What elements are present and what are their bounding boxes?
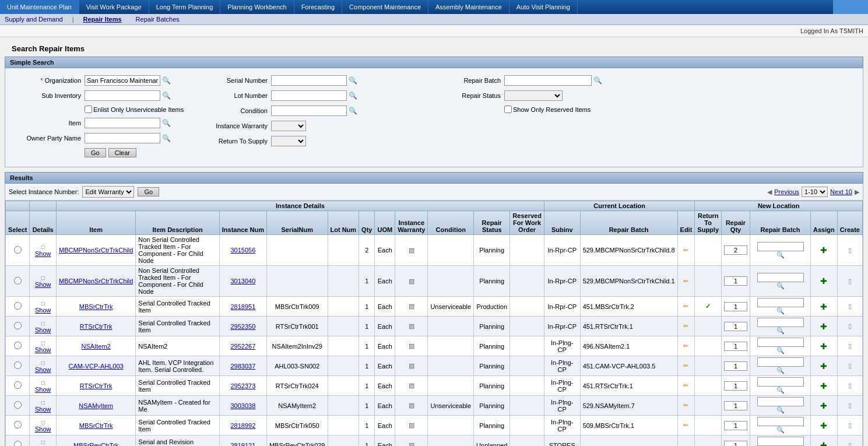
new-batch-input-4[interactable] [757, 338, 804, 347]
assign-icon-5[interactable]: ✚ [820, 361, 827, 371]
subnav-supply-demand[interactable]: Supply and Demand [5, 16, 63, 23]
repair-qty-input-8[interactable] [724, 421, 747, 430]
instance-link-8[interactable]: 2818992 [230, 422, 255, 429]
repair-qty-input-7[interactable] [724, 401, 747, 410]
expand-icon-0[interactable]: □ [41, 244, 45, 250]
owner-party-input[interactable] [85, 133, 160, 143]
item-link-0[interactable]: MBCMPNonSrCtrTrkChild [59, 247, 133, 254]
new-batch-input-0[interactable] [757, 242, 804, 251]
edit-icon-0[interactable]: ✏ [683, 247, 688, 254]
edit-icon-6[interactable]: ✏ [683, 382, 688, 389]
nav-long-term-planning[interactable]: Long Term Planning [149, 0, 221, 14]
instance-link-2[interactable]: 2818951 [230, 303, 255, 310]
repair-qty-input-5[interactable] [724, 361, 747, 371]
new-batch-input-1[interactable] [757, 273, 804, 282]
instance-link-3[interactable]: 2952350 [230, 323, 255, 330]
create-icon-2[interactable]: ▯ [848, 303, 852, 310]
new-batch-input-6[interactable] [757, 377, 804, 387]
batch-search-icon-5[interactable]: 🔍 [776, 367, 785, 374]
row-radio-1[interactable] [14, 277, 22, 285]
nav-assembly-maintenance[interactable]: Assembly Maintenance [428, 0, 509, 14]
repair-qty-input-3[interactable] [724, 322, 747, 331]
item-link-2[interactable]: MBSrCtrTrk [79, 303, 113, 310]
expand-icon-6[interactable]: □ [41, 380, 45, 386]
pagination-range-select[interactable]: 1-10 [802, 187, 828, 197]
batch-search-icon-3[interactable]: 🔍 [776, 327, 785, 334]
instance-warranty-select[interactable] [271, 121, 306, 131]
enlist-only-checkbox[interactable] [85, 106, 92, 113]
expand-icon-7[interactable]: □ [41, 399, 45, 406]
search-go-button[interactable]: Go [85, 148, 106, 157]
edit-icon-8[interactable]: ✏ [683, 422, 688, 429]
show-link-3[interactable]: Show [35, 326, 51, 333]
batch-search-icon-6[interactable]: 🔍 [776, 387, 785, 394]
warranty-icon-2[interactable]: ▧ [409, 303, 414, 310]
create-icon-9[interactable]: ▯ [848, 441, 852, 446]
batch-search-icon-7[interactable]: 🔍 [776, 406, 785, 413]
nav-visit-work-package[interactable]: Visit Work Package [79, 0, 149, 14]
assign-icon-7[interactable]: ✚ [820, 401, 827, 410]
owner-party-search-icon[interactable]: 🔍 [162, 134, 171, 142]
warranty-icon-7[interactable]: ▧ [409, 402, 414, 409]
row-radio-7[interactable] [14, 401, 22, 409]
serial-number-input[interactable] [271, 75, 347, 86]
instance-link-9[interactable]: 2819121 [230, 442, 255, 447]
warranty-icon-0[interactable]: ▧ [409, 247, 414, 254]
assign-icon-1[interactable]: ✚ [820, 276, 827, 286]
lot-search-icon[interactable]: 🔍 [349, 92, 357, 100]
expand-icon-8[interactable]: □ [41, 419, 45, 426]
instance-link-1[interactable]: 3013040 [230, 278, 255, 285]
item-input[interactable] [85, 118, 160, 128]
repair-qty-input-0[interactable] [724, 245, 747, 255]
item-link-3[interactable]: RTSrCtrTrk [80, 323, 113, 330]
new-batch-input-9[interactable] [757, 437, 804, 446]
row-radio-2[interactable] [14, 302, 22, 310]
item-search-icon[interactable]: 🔍 [162, 119, 171, 127]
expand-icon-3[interactable]: □ [41, 320, 45, 326]
assign-icon-3[interactable]: ✚ [820, 322, 827, 331]
warranty-icon-5[interactable]: ▧ [409, 362, 414, 369]
subinv-search-icon[interactable]: 🔍 [162, 92, 171, 100]
show-link-8[interactable]: Show [35, 426, 51, 433]
new-batch-input-2[interactable] [757, 298, 804, 307]
condition-input[interactable] [271, 106, 347, 116]
create-icon-1[interactable]: ▯ [848, 278, 852, 285]
nav-unit-maintenance-plan[interactable]: Unit Maintenance Plan [0, 0, 79, 14]
repair-qty-input-9[interactable] [724, 441, 747, 447]
warranty-icon-9[interactable]: ▧ [409, 441, 414, 446]
create-icon-4[interactable]: ▯ [848, 342, 852, 349]
show-reserved-checkbox[interactable] [504, 106, 512, 113]
item-link-5[interactable]: CAM-VCP-AHL003 [69, 363, 124, 370]
instance-link-0[interactable]: 3015056 [230, 247, 255, 254]
edit-icon-1[interactable]: ✏ [683, 278, 688, 285]
condition-search-icon[interactable]: 🔍 [349, 107, 357, 115]
batch-search-icon-2[interactable]: 🔍 [776, 307, 785, 314]
show-link-0[interactable]: Show [35, 250, 51, 257]
batch-search-icon-1[interactable]: 🔍 [776, 282, 785, 289]
expand-icon-9[interactable]: □ [41, 439, 45, 445]
nav-component-maintenance[interactable]: Component Maintenance [342, 0, 428, 14]
repair-qty-input-4[interactable] [724, 342, 747, 351]
subnav-repair-batches[interactable]: Repair Batches [136, 16, 180, 23]
show-link-1[interactable]: Show [35, 281, 51, 288]
expand-icon-1[interactable]: □ [41, 275, 45, 281]
assign-icon-4[interactable]: ✚ [820, 342, 827, 351]
repair-qty-input-1[interactable] [724, 276, 747, 286]
edit-icon-5[interactable]: ✏ [683, 362, 688, 369]
repair-batch-input[interactable] [504, 75, 592, 86]
show-link-2[interactable]: Show [35, 307, 51, 314]
row-radio-5[interactable] [14, 361, 22, 369]
next-link[interactable]: Next 10 [830, 188, 852, 195]
repair-status-select[interactable] [504, 90, 563, 101]
search-clear-button[interactable]: Clear [108, 148, 136, 157]
results-go-button[interactable]: Go [138, 187, 159, 196]
item-link-7[interactable]: NSAMyItem [79, 402, 113, 409]
show-link-4[interactable]: Show [35, 346, 51, 353]
repair-qty-input-2[interactable] [724, 302, 747, 311]
row-radio-9[interactable] [14, 441, 22, 446]
warranty-icon-4[interactable]: ▧ [409, 342, 414, 349]
repair-qty-input-6[interactable] [724, 381, 747, 391]
nav-auto-visit-planning[interactable]: Auto Visit Planning [509, 0, 578, 14]
assign-icon-6[interactable]: ✚ [820, 381, 827, 391]
row-radio-3[interactable] [14, 322, 22, 329]
